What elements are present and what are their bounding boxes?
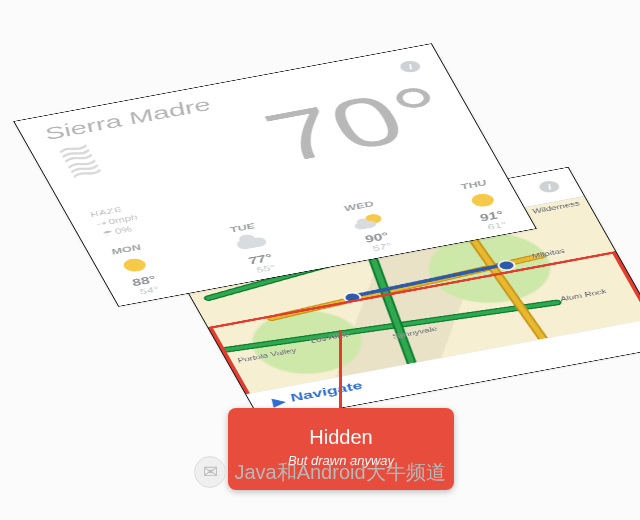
callout-heading: Hidden [244, 426, 438, 449]
partly-cloudy-icon [349, 212, 386, 232]
callout-connector [339, 330, 342, 408]
forecast-day: MON 88° 54° [109, 242, 166, 296]
forecast-day: THU 91° 61° [458, 178, 511, 232]
forecast-day: WED 90° 57° [342, 199, 399, 253]
callout-box: Hidden But drawn anyway [228, 408, 454, 490]
forecast-day: TUE 77° 55° [226, 221, 282, 275]
cloud-icon [233, 233, 270, 253]
wechat-icon: ✉ [194, 456, 226, 488]
sun-icon [116, 255, 153, 275]
info-icon[interactable]: i [537, 180, 562, 194]
map-label-wilderness: Wilderness [531, 200, 581, 215]
haze-icon: ≋≋ [53, 143, 103, 179]
map-label-milpitas: Milpitas [530, 248, 566, 260]
callout-sub: But drawn anyway [244, 453, 438, 468]
sun-icon [466, 191, 499, 210]
navigate-arrow-icon [265, 396, 286, 408]
